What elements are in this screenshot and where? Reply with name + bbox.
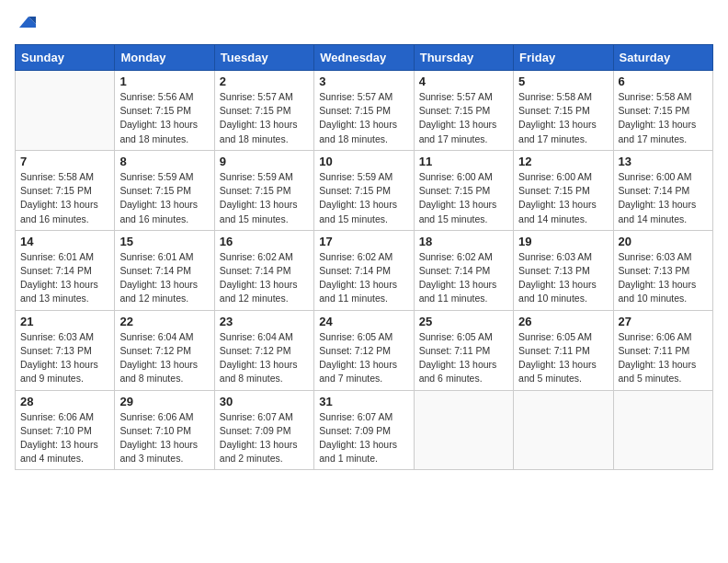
day-number: 8 [119,155,209,168]
calendar-day-cell: 7Sunrise: 5:58 AM Sunset: 7:15 PM Daylig… [16,150,115,230]
calendar-day-cell: 28Sunrise: 6:06 AM Sunset: 7:10 PM Dayli… [16,390,115,470]
day-info: Sunrise: 6:02 AM Sunset: 7:14 PM Dayligh… [220,250,309,306]
day-number: 27 [619,315,708,328]
calendar-day-cell: 31Sunrise: 6:07 AM Sunset: 7:09 PM Dayli… [314,390,414,470]
day-info: Sunrise: 6:06 AM Sunset: 7:10 PM Dayligh… [20,410,109,466]
calendar-day-cell: 18Sunrise: 6:02 AM Sunset: 7:14 PM Dayli… [414,230,513,310]
calendar-day-cell: 16Sunrise: 6:02 AM Sunset: 7:14 PM Dayli… [214,230,313,310]
calendar-day-cell: 26Sunrise: 6:05 AM Sunset: 7:11 PM Dayli… [514,310,613,390]
day-info: Sunrise: 5:56 AM Sunset: 7:15 PM Dayligh… [119,90,209,146]
day-info: Sunrise: 6:05 AM Sunset: 7:12 PM Dayligh… [319,330,408,386]
day-number: 2 [220,75,309,88]
empty-day-cell [414,390,513,470]
day-number: 23 [220,315,309,328]
calendar-day-cell: 14Sunrise: 6:01 AM Sunset: 7:14 PM Dayli… [16,230,115,310]
day-number: 15 [119,235,209,248]
calendar-week-row: 1Sunrise: 5:56 AM Sunset: 7:15 PM Daylig… [16,71,713,151]
calendar-day-cell: 15Sunrise: 6:01 AM Sunset: 7:14 PM Dayli… [115,230,214,310]
weekday-header-sunday: Sunday [16,45,115,71]
day-info: Sunrise: 6:06 AM Sunset: 7:11 PM Dayligh… [619,330,708,386]
day-info: Sunrise: 5:58 AM Sunset: 7:15 PM Dayligh… [20,170,109,226]
day-info: Sunrise: 5:58 AM Sunset: 7:15 PM Dayligh… [518,90,608,146]
calendar-table: SundayMondayTuesdayWednesdayThursdayFrid… [15,44,713,470]
day-info: Sunrise: 6:05 AM Sunset: 7:11 PM Dayligh… [419,330,508,386]
day-number: 22 [119,315,209,328]
weekday-header-saturday: Saturday [613,45,712,71]
logo-icon [16,15,36,31]
calendar-day-cell: 24Sunrise: 6:05 AM Sunset: 7:12 PM Dayli… [314,310,414,390]
calendar-day-cell: 20Sunrise: 6:03 AM Sunset: 7:13 PM Dayli… [613,230,712,310]
calendar-day-cell: 21Sunrise: 6:03 AM Sunset: 7:13 PM Dayli… [16,310,115,390]
day-number: 18 [419,235,508,248]
calendar-day-cell: 1Sunrise: 5:56 AM Sunset: 7:15 PM Daylig… [115,71,214,151]
page-header [15,15,713,33]
day-info: Sunrise: 6:00 AM Sunset: 7:15 PM Dayligh… [518,170,608,226]
day-info: Sunrise: 5:59 AM Sunset: 7:15 PM Dayligh… [319,170,408,226]
day-number: 1 [119,75,209,88]
weekday-header-row: SundayMondayTuesdayWednesdayThursdayFrid… [16,45,713,71]
day-number: 7 [20,155,109,168]
day-number: 30 [220,395,309,408]
day-number: 29 [119,395,209,408]
day-info: Sunrise: 6:03 AM Sunset: 7:13 PM Dayligh… [20,330,109,386]
day-info: Sunrise: 6:01 AM Sunset: 7:14 PM Dayligh… [20,250,109,306]
day-info: Sunrise: 5:57 AM Sunset: 7:15 PM Dayligh… [419,90,508,146]
calendar-day-cell: 19Sunrise: 6:03 AM Sunset: 7:13 PM Dayli… [514,230,613,310]
calendar-day-cell: 25Sunrise: 6:05 AM Sunset: 7:11 PM Dayli… [414,310,513,390]
day-info: Sunrise: 5:59 AM Sunset: 7:15 PM Dayligh… [119,170,209,226]
day-number: 21 [20,315,109,328]
calendar-day-cell: 13Sunrise: 6:00 AM Sunset: 7:14 PM Dayli… [613,150,712,230]
day-number: 14 [20,235,109,248]
calendar-day-cell: 23Sunrise: 6:04 AM Sunset: 7:12 PM Dayli… [214,310,313,390]
day-info: Sunrise: 5:59 AM Sunset: 7:15 PM Dayligh… [220,170,309,226]
day-info: Sunrise: 6:01 AM Sunset: 7:14 PM Dayligh… [119,250,209,306]
day-number: 4 [419,75,508,88]
weekday-header-friday: Friday [514,45,613,71]
day-info: Sunrise: 6:04 AM Sunset: 7:12 PM Dayligh… [119,330,209,386]
calendar-day-cell: 5Sunrise: 5:58 AM Sunset: 7:15 PM Daylig… [514,71,613,151]
empty-day-cell [514,390,613,470]
calendar-day-cell: 29Sunrise: 6:06 AM Sunset: 7:10 PM Dayli… [115,390,214,470]
day-number: 9 [220,155,309,168]
day-info: Sunrise: 6:04 AM Sunset: 7:12 PM Dayligh… [220,330,309,386]
day-info: Sunrise: 6:07 AM Sunset: 7:09 PM Dayligh… [220,410,309,466]
day-number: 20 [619,235,708,248]
day-info: Sunrise: 6:03 AM Sunset: 7:13 PM Dayligh… [518,250,608,306]
day-number: 25 [419,315,508,328]
day-number: 5 [518,75,608,88]
calendar-day-cell: 3Sunrise: 5:57 AM Sunset: 7:15 PM Daylig… [314,71,414,151]
calendar-day-cell: 12Sunrise: 6:00 AM Sunset: 7:15 PM Dayli… [514,150,613,230]
calendar-day-cell: 9Sunrise: 5:59 AM Sunset: 7:15 PM Daylig… [214,150,313,230]
calendar-day-cell: 11Sunrise: 6:00 AM Sunset: 7:15 PM Dayli… [414,150,513,230]
day-info: Sunrise: 6:02 AM Sunset: 7:14 PM Dayligh… [419,250,508,306]
day-info: Sunrise: 5:57 AM Sunset: 7:15 PM Dayligh… [319,90,408,146]
weekday-header-thursday: Thursday [414,45,513,71]
calendar-day-cell: 4Sunrise: 5:57 AM Sunset: 7:15 PM Daylig… [414,71,513,151]
day-number: 31 [319,395,408,408]
empty-day-cell [613,390,712,470]
calendar-day-cell: 22Sunrise: 6:04 AM Sunset: 7:12 PM Dayli… [115,310,214,390]
calendar-day-cell: 6Sunrise: 5:58 AM Sunset: 7:15 PM Daylig… [613,71,712,151]
day-info: Sunrise: 6:00 AM Sunset: 7:14 PM Dayligh… [619,170,708,226]
day-number: 24 [319,315,408,328]
calendar-week-row: 21Sunrise: 6:03 AM Sunset: 7:13 PM Dayli… [16,310,713,390]
day-number: 10 [319,155,408,168]
day-info: Sunrise: 6:03 AM Sunset: 7:13 PM Dayligh… [619,250,708,306]
weekday-header-wednesday: Wednesday [314,45,414,71]
day-info: Sunrise: 6:07 AM Sunset: 7:09 PM Dayligh… [319,410,408,466]
day-number: 17 [319,235,408,248]
day-info: Sunrise: 5:58 AM Sunset: 7:15 PM Dayligh… [619,90,708,146]
calendar-week-row: 14Sunrise: 6:01 AM Sunset: 7:14 PM Dayli… [16,230,713,310]
day-number: 26 [518,315,608,328]
day-number: 3 [319,75,408,88]
day-info: Sunrise: 6:02 AM Sunset: 7:14 PM Dayligh… [319,250,408,306]
day-number: 11 [419,155,508,168]
day-number: 13 [619,155,708,168]
calendar-week-row: 7Sunrise: 5:58 AM Sunset: 7:15 PM Daylig… [16,150,713,230]
calendar-week-row: 28Sunrise: 6:06 AM Sunset: 7:10 PM Dayli… [16,390,713,470]
weekday-header-tuesday: Tuesday [214,45,313,71]
day-info: Sunrise: 6:06 AM Sunset: 7:10 PM Dayligh… [119,410,209,466]
day-number: 28 [20,395,109,408]
day-info: Sunrise: 6:05 AM Sunset: 7:11 PM Dayligh… [518,330,608,386]
logo [15,15,36,33]
